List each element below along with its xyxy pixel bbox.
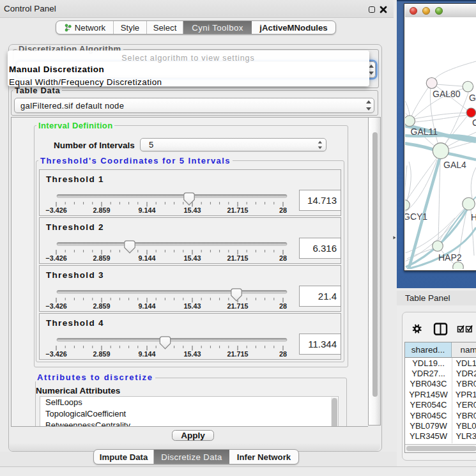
svg-text:15.43: 15.43 bbox=[183, 206, 201, 214]
svg-text:GAL11: GAL11 bbox=[411, 127, 438, 137]
svg-text:−3.426: −3.426 bbox=[45, 206, 66, 214]
svg-text:H: H bbox=[471, 212, 476, 222]
svg-text:15.43: 15.43 bbox=[183, 350, 201, 358]
svg-text:2.859: 2.859 bbox=[93, 206, 110, 214]
svg-text:C: C bbox=[472, 118, 476, 128]
svg-text:2.859: 2.859 bbox=[93, 350, 110, 358]
svg-text:GAL80: GAL80 bbox=[433, 89, 461, 99]
svg-text:15.43: 15.43 bbox=[183, 254, 201, 262]
svg-text:21.715: 21.715 bbox=[227, 350, 248, 358]
svg-text:28: 28 bbox=[279, 350, 287, 358]
svg-text:GCY1: GCY1 bbox=[405, 211, 427, 222]
svg-text:21.715: 21.715 bbox=[227, 302, 248, 310]
svg-text:−3.426: −3.426 bbox=[45, 350, 66, 358]
svg-text:15.43: 15.43 bbox=[183, 302, 201, 310]
svg-text:GA: GA bbox=[469, 93, 476, 103]
svg-text:9.144: 9.144 bbox=[138, 206, 155, 214]
svg-text:2.859: 2.859 bbox=[93, 254, 110, 262]
svg-text:28: 28 bbox=[279, 206, 287, 214]
svg-text:9.144: 9.144 bbox=[138, 302, 155, 310]
svg-text:GAL4: GAL4 bbox=[443, 160, 466, 170]
svg-text:21.715: 21.715 bbox=[227, 206, 248, 214]
svg-text:2.859: 2.859 bbox=[93, 302, 110, 310]
svg-text:−3.426: −3.426 bbox=[45, 254, 66, 262]
svg-text:HAP2: HAP2 bbox=[438, 252, 462, 263]
svg-text:9.144: 9.144 bbox=[138, 254, 155, 262]
svg-text:21.715: 21.715 bbox=[227, 254, 248, 262]
svg-text:9.144: 9.144 bbox=[138, 350, 155, 358]
svg-text:−3.426: −3.426 bbox=[45, 302, 66, 310]
svg-text:28: 28 bbox=[279, 302, 287, 310]
svg-text:28: 28 bbox=[279, 254, 287, 262]
